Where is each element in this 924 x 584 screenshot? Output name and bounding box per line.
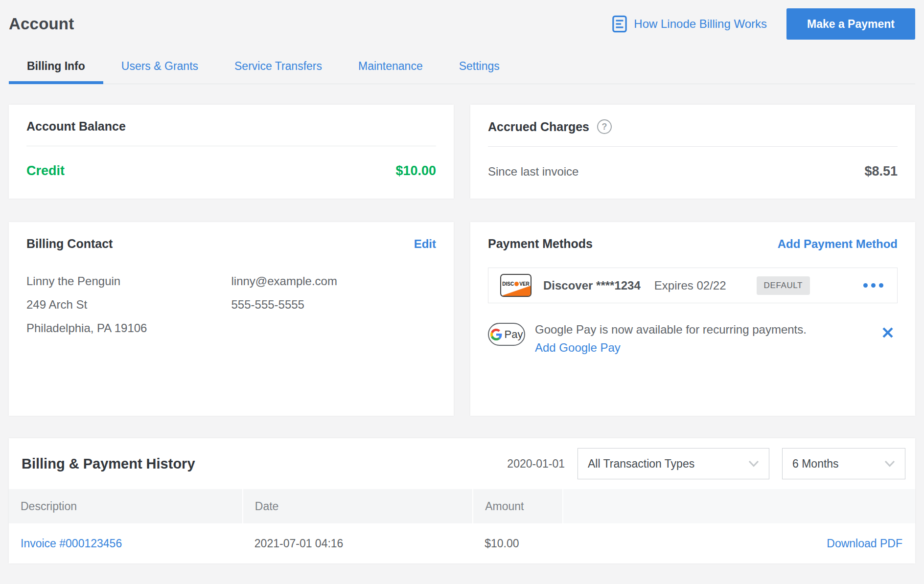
download-pdf-link[interactable]: Download PDF — [827, 537, 902, 550]
discover-orange-dot — [514, 282, 519, 286]
contact-phone: 555-555-5555 — [231, 298, 437, 312]
account-balance-card: Account Balance Credit $10.00 — [9, 105, 454, 199]
account-balance-title: Account Balance — [26, 119, 436, 134]
contact-address-line1: 249 Arch St — [26, 298, 231, 312]
add-google-pay-link[interactable]: Add Google Pay — [535, 341, 621, 355]
payment-methods-title: Payment Methods — [488, 237, 593, 251]
how-linode-billing-works-link[interactable]: How Linode Billing Works — [612, 15, 767, 33]
google-pay-texts: Google Pay is now available for recurrin… — [535, 323, 878, 355]
billing-history-table: Description Date Amount Invoice #0001234… — [9, 489, 915, 563]
google-pay-notice: Pay Google Pay is now available for recu… — [488, 323, 898, 355]
contact-comm-column: linny@example.com 555-555-5555 — [231, 274, 437, 335]
header-actions: How Linode Billing Works Make a Payment — [612, 8, 915, 40]
contact-name: Linny the Penguin — [26, 274, 231, 288]
contact-address-line2: Philadelphia, PA 19106 — [26, 321, 231, 335]
menu-dot — [871, 283, 876, 288]
divider — [26, 146, 436, 146]
discover-logo-right: VER — [519, 281, 530, 287]
google-pay-message: Google Pay is now available for recurrin… — [535, 323, 807, 336]
tab-billing-info[interactable]: Billing Info — [9, 53, 103, 84]
card-expiry-label: Expires 02/22 — [654, 279, 726, 292]
transaction-type-value: All Transaction Types — [588, 457, 694, 471]
billing-contact-card: Billing Contact Edit Linny the Penguin 2… — [9, 222, 454, 416]
date-range-value: 6 Months — [792, 457, 839, 471]
billing-history-head: Billing & Payment History 2020-01-01 All… — [9, 438, 915, 489]
history-start-date-field[interactable]: 2020-01-01 — [507, 457, 565, 471]
history-filters: 2020-01-01 All Transaction Types 6 Month… — [507, 448, 905, 479]
edit-billing-contact-link[interactable]: Edit — [414, 237, 436, 251]
detail-cards-row: Billing Contact Edit Linny the Penguin 2… — [9, 222, 915, 416]
billing-history-title: Billing & Payment History — [22, 456, 195, 472]
column-header-description: Description — [9, 489, 243, 523]
tab-settings[interactable]: Settings — [441, 53, 518, 84]
column-header-amount: Amount — [473, 489, 562, 523]
table-row: Invoice #000123456 2021-07-01 04:16 $10.… — [9, 523, 915, 563]
document-icon — [612, 15, 627, 33]
tab-maintenance[interactable]: Maintenance — [340, 53, 441, 84]
chevron-down-icon — [884, 460, 895, 467]
invoice-link[interactable]: Invoice #000123456 — [21, 537, 122, 550]
payment-method-actions-menu[interactable] — [861, 278, 885, 292]
chevron-down-icon — [748, 460, 759, 467]
contact-email: linny@example.com — [231, 274, 437, 288]
billing-contact-details: Linny the Penguin 249 Arch St Philadelph… — [26, 274, 436, 335]
page-title: Account — [9, 15, 74, 33]
summary-cards-row: Account Balance Credit $10.00 Accrued Ch… — [9, 105, 915, 199]
account-balance-row: Credit $10.00 — [26, 163, 436, 179]
invoice-date: 2021-07-01 04:16 — [243, 523, 473, 563]
divider — [488, 146, 898, 147]
card-number-label: Discover ****1234 — [543, 279, 641, 292]
tab-users-grants[interactable]: Users & Grants — [103, 53, 216, 84]
account-page: Account How Linode Billing Works Make a … — [0, 0, 924, 563]
billing-contact-title: Billing Contact — [26, 237, 113, 251]
menu-dot — [879, 283, 883, 288]
accrued-amount: $8.51 — [864, 164, 898, 179]
google-pay-label: Pay — [505, 328, 523, 341]
help-icon[interactable]: ? — [597, 119, 612, 134]
date-range-select[interactable]: 6 Months — [782, 448, 905, 479]
billing-contact-head: Billing Contact Edit — [26, 237, 436, 251]
google-pay-icon: Pay — [488, 323, 525, 346]
accrued-charges-row: Since last invoice $8.51 — [488, 164, 898, 179]
invoice-amount: $10.00 — [473, 523, 562, 563]
contact-address-column: Linny the Penguin 249 Arch St Philadelph… — [26, 274, 231, 335]
payment-method-row: DISCVER Discover ****1234 Expires 02/22 … — [488, 268, 898, 303]
page-header: Account How Linode Billing Works Make a … — [9, 0, 915, 38]
make-a-payment-button[interactable]: Make a Payment — [786, 8, 915, 40]
accrued-charges-title: Accrued Charges — [488, 120, 589, 134]
payment-methods-card: Payment Methods Add Payment Method DISCV… — [470, 222, 915, 416]
accrued-charges-title-row: Accrued Charges ? — [488, 119, 898, 134]
default-badge: DEFAULT — [757, 276, 810, 295]
accrued-charges-card: Accrued Charges ? Since last invoice $8.… — [470, 105, 915, 199]
menu-dot — [863, 283, 868, 288]
how-linode-billing-works-label: How Linode Billing Works — [634, 17, 767, 31]
transaction-type-select[interactable]: All Transaction Types — [578, 448, 769, 479]
column-header-actions — [563, 489, 915, 523]
column-header-date: Date — [243, 489, 473, 523]
tab-bar: Billing Info Users & Grants Service Tran… — [9, 53, 915, 84]
table-header-row: Description Date Amount — [9, 489, 915, 523]
payment-methods-head: Payment Methods Add Payment Method — [488, 237, 898, 251]
credit-amount: $10.00 — [395, 163, 436, 179]
credit-status-label: Credit — [26, 163, 65, 179]
accrued-caption: Since last invoice — [488, 165, 578, 179]
tab-service-transfers[interactable]: Service Transfers — [216, 53, 340, 84]
add-payment-method-link[interactable]: Add Payment Method — [778, 237, 898, 251]
close-icon[interactable] — [878, 323, 898, 342]
billing-history-section: Billing & Payment History 2020-01-01 All… — [9, 438, 915, 563]
discover-logo-left: DISC — [502, 281, 514, 287]
discover-card-icon: DISCVER — [500, 274, 531, 297]
discover-logo-text: DISCVER — [502, 281, 529, 287]
